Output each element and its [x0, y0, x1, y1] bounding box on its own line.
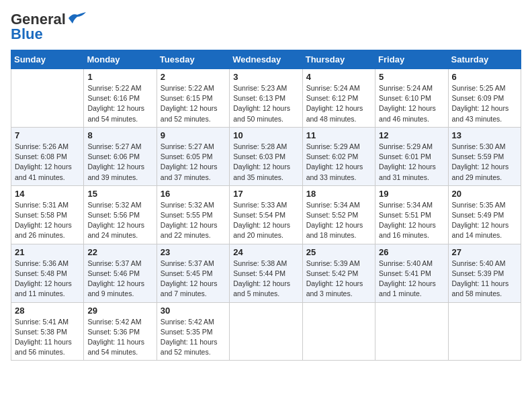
day-info: Sunrise: 5:41 AM Sunset: 5:38 PM Dayligh… — [15, 317, 80, 358]
calendar-cell — [375, 302, 448, 361]
calendar-cell: 6Sunrise: 5:25 AM Sunset: 6:09 PM Daylig… — [448, 69, 521, 128]
day-number: 25 — [306, 247, 371, 257]
calendar-header-row: SundayMondayTuesdayWednesdayThursdayFrid… — [11, 50, 521, 69]
day-number: 3 — [233, 72, 298, 82]
weekday-header-thursday: Thursday — [302, 50, 375, 69]
day-number: 12 — [379, 130, 444, 140]
calendar-cell — [230, 302, 302, 361]
day-number: 4 — [306, 72, 371, 82]
day-number: 18 — [306, 189, 371, 199]
day-info: Sunrise: 5:40 AM Sunset: 5:39 PM Dayligh… — [452, 259, 517, 300]
day-number: 7 — [15, 130, 80, 140]
calendar-cell: 25Sunrise: 5:39 AM Sunset: 5:42 PM Dayli… — [302, 244, 375, 302]
day-info: Sunrise: 5:24 AM Sunset: 6:12 PM Dayligh… — [306, 83, 371, 124]
day-number: 10 — [233, 130, 298, 140]
day-number: 23 — [161, 247, 226, 257]
day-info: Sunrise: 5:35 AM Sunset: 5:49 PM Dayligh… — [452, 200, 517, 241]
logo: General Blue — [11, 11, 87, 43]
calendar-cell: 5Sunrise: 5:24 AM Sunset: 6:10 PM Daylig… — [375, 69, 448, 128]
day-number: 26 — [379, 247, 444, 257]
calendar-cell: 19Sunrise: 5:34 AM Sunset: 5:51 PM Dayli… — [375, 185, 448, 244]
calendar-cell: 1Sunrise: 5:22 AM Sunset: 6:16 PM Daylig… — [84, 69, 157, 128]
day-info: Sunrise: 5:24 AM Sunset: 6:10 PM Dayligh… — [379, 83, 444, 124]
day-number: 9 — [161, 130, 226, 140]
day-info: Sunrise: 5:36 AM Sunset: 5:48 PM Dayligh… — [15, 259, 80, 300]
logo-bird-icon — [67, 11, 87, 25]
day-info: Sunrise: 5:29 AM Sunset: 6:02 PM Dayligh… — [306, 142, 371, 183]
calendar-week-row: 28Sunrise: 5:41 AM Sunset: 5:38 PM Dayli… — [11, 302, 521, 361]
calendar-cell: 2Sunrise: 5:22 AM Sunset: 6:15 PM Daylig… — [157, 69, 229, 128]
day-number: 22 — [87, 247, 152, 257]
calendar-cell: 28Sunrise: 5:41 AM Sunset: 5:38 PM Dayli… — [11, 302, 84, 361]
weekday-header-wednesday: Wednesday — [230, 50, 302, 69]
calendar-cell: 23Sunrise: 5:37 AM Sunset: 5:45 PM Dayli… — [157, 244, 229, 302]
day-number: 21 — [15, 247, 80, 257]
calendar-cell — [302, 302, 375, 361]
calendar-week-row: 21Sunrise: 5:36 AM Sunset: 5:48 PM Dayli… — [11, 244, 521, 302]
day-number: 11 — [306, 130, 371, 140]
calendar-cell: 30Sunrise: 5:42 AM Sunset: 5:35 PM Dayli… — [157, 302, 229, 361]
day-number: 16 — [161, 189, 226, 199]
calendar-cell: 10Sunrise: 5:28 AM Sunset: 6:03 PM Dayli… — [230, 127, 302, 185]
day-number: 8 — [87, 130, 152, 140]
day-info: Sunrise: 5:34 AM Sunset: 5:51 PM Dayligh… — [379, 200, 444, 241]
day-info: Sunrise: 5:29 AM Sunset: 6:01 PM Dayligh… — [379, 142, 444, 183]
day-info: Sunrise: 5:32 AM Sunset: 5:55 PM Dayligh… — [161, 200, 226, 241]
day-number: 15 — [87, 189, 152, 199]
calendar-cell: 21Sunrise: 5:36 AM Sunset: 5:48 PM Dayli… — [11, 244, 84, 302]
calendar-cell: 17Sunrise: 5:33 AM Sunset: 5:54 PM Dayli… — [230, 185, 302, 244]
calendar-cell: 24Sunrise: 5:38 AM Sunset: 5:44 PM Dayli… — [230, 244, 302, 302]
day-info: Sunrise: 5:37 AM Sunset: 5:45 PM Dayligh… — [161, 259, 226, 300]
calendar-cell — [11, 69, 84, 128]
day-info: Sunrise: 5:25 AM Sunset: 6:09 PM Dayligh… — [452, 83, 517, 124]
calendar-cell — [448, 302, 521, 361]
calendar-cell: 18Sunrise: 5:34 AM Sunset: 5:52 PM Dayli… — [302, 185, 375, 244]
day-info: Sunrise: 5:23 AM Sunset: 6:13 PM Dayligh… — [233, 83, 298, 124]
day-info: Sunrise: 5:34 AM Sunset: 5:52 PM Dayligh… — [306, 200, 371, 241]
calendar-cell: 11Sunrise: 5:29 AM Sunset: 6:02 PM Dayli… — [302, 127, 375, 185]
calendar-cell: 9Sunrise: 5:27 AM Sunset: 6:05 PM Daylig… — [157, 127, 229, 185]
day-number: 14 — [15, 189, 80, 199]
day-info: Sunrise: 5:27 AM Sunset: 6:06 PM Dayligh… — [87, 142, 152, 183]
calendar-cell: 15Sunrise: 5:32 AM Sunset: 5:56 PM Dayli… — [84, 185, 157, 244]
day-number: 30 — [161, 306, 226, 316]
day-info: Sunrise: 5:38 AM Sunset: 5:44 PM Dayligh… — [233, 259, 298, 300]
day-number: 13 — [452, 130, 517, 140]
day-info: Sunrise: 5:27 AM Sunset: 6:05 PM Dayligh… — [161, 142, 226, 183]
day-info: Sunrise: 5:39 AM Sunset: 5:42 PM Dayligh… — [306, 259, 371, 300]
calendar-week-row: 14Sunrise: 5:31 AM Sunset: 5:58 PM Dayli… — [11, 185, 521, 244]
calendar-week-row: 7Sunrise: 5:26 AM Sunset: 6:08 PM Daylig… — [11, 127, 521, 185]
calendar-cell: 7Sunrise: 5:26 AM Sunset: 6:08 PM Daylig… — [11, 127, 84, 185]
day-info: Sunrise: 5:22 AM Sunset: 6:16 PM Dayligh… — [87, 83, 152, 124]
calendar-table: SundayMondayTuesdayWednesdayThursdayFrid… — [11, 50, 521, 361]
calendar-cell: 14Sunrise: 5:31 AM Sunset: 5:58 PM Dayli… — [11, 185, 84, 244]
calendar-cell: 20Sunrise: 5:35 AM Sunset: 5:49 PM Dayli… — [448, 185, 521, 244]
day-number: 29 — [87, 306, 152, 316]
calendar-cell: 16Sunrise: 5:32 AM Sunset: 5:55 PM Dayli… — [157, 185, 229, 244]
calendar-cell: 12Sunrise: 5:29 AM Sunset: 6:01 PM Dayli… — [375, 127, 448, 185]
weekday-header-sunday: Sunday — [11, 50, 84, 69]
day-number: 6 — [452, 72, 517, 82]
calendar-cell: 22Sunrise: 5:37 AM Sunset: 5:46 PM Dayli… — [84, 244, 157, 302]
weekday-header-monday: Monday — [84, 50, 157, 69]
day-info: Sunrise: 5:40 AM Sunset: 5:41 PM Dayligh… — [379, 259, 444, 300]
day-info: Sunrise: 5:28 AM Sunset: 6:03 PM Dayligh… — [233, 142, 298, 183]
day-number: 17 — [233, 189, 298, 199]
day-info: Sunrise: 5:26 AM Sunset: 6:08 PM Dayligh… — [15, 142, 80, 183]
day-info: Sunrise: 5:37 AM Sunset: 5:46 PM Dayligh… — [87, 259, 152, 300]
day-number: 1 — [87, 72, 152, 82]
calendar-cell: 3Sunrise: 5:23 AM Sunset: 6:13 PM Daylig… — [230, 69, 302, 128]
day-number: 24 — [233, 247, 298, 257]
day-number: 19 — [379, 189, 444, 199]
calendar-cell: 26Sunrise: 5:40 AM Sunset: 5:41 PM Dayli… — [375, 244, 448, 302]
day-info: Sunrise: 5:30 AM Sunset: 5:59 PM Dayligh… — [452, 142, 517, 183]
day-number: 27 — [452, 247, 517, 257]
day-number: 28 — [15, 306, 80, 316]
calendar-cell: 4Sunrise: 5:24 AM Sunset: 6:12 PM Daylig… — [302, 69, 375, 128]
day-number: 2 — [161, 72, 226, 82]
calendar-week-row: 1Sunrise: 5:22 AM Sunset: 6:16 PM Daylig… — [11, 69, 521, 128]
day-info: Sunrise: 5:31 AM Sunset: 5:58 PM Dayligh… — [15, 200, 80, 241]
calendar-cell: 8Sunrise: 5:27 AM Sunset: 6:06 PM Daylig… — [84, 127, 157, 185]
day-info: Sunrise: 5:32 AM Sunset: 5:56 PM Dayligh… — [87, 200, 152, 241]
day-number: 20 — [452, 189, 517, 199]
